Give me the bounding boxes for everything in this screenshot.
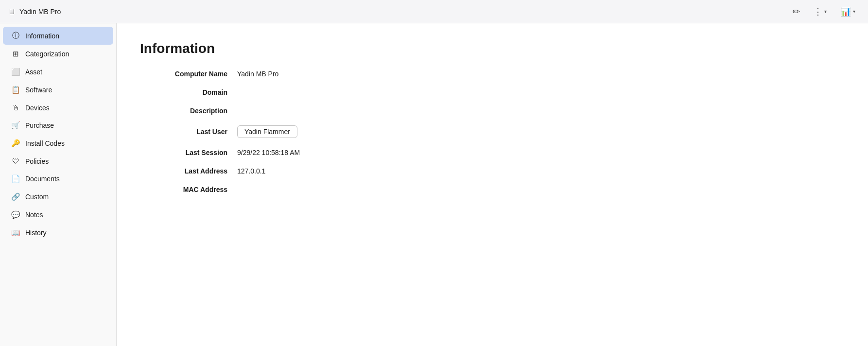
asset-icon: ⬜ — [11, 68, 20, 76]
sidebar-item-history[interactable]: 📖History — [3, 224, 113, 242]
information-icon: ⓘ — [11, 31, 20, 40]
sidebar-item-label-notes: Notes — [25, 211, 43, 219]
field-value-2 — [237, 107, 480, 115]
sidebar-item-software[interactable]: 📋Software — [3, 81, 113, 99]
field-value-1 — [237, 88, 480, 96]
device-icon: 🖥 — [8, 7, 16, 16]
topbar-title: Yadin MB Pro — [19, 8, 61, 16]
field-label-3: Last User — [140, 125, 237, 138]
sidebar-item-label-information: Information — [25, 32, 59, 40]
sidebar-item-policies[interactable]: 🛡Policies — [3, 153, 113, 170]
edit-icon: ✏ — [793, 6, 800, 17]
field-label-0: Computer Name — [140, 70, 237, 78]
chart-icon: 📊 — [840, 6, 851, 17]
edit-button[interactable]: ✏ — [788, 3, 805, 20]
sidebar-item-label-documents: Documents — [25, 175, 60, 183]
field-value-3: Yadin Flammer — [237, 125, 480, 138]
notes-icon: 💬 — [11, 210, 20, 219]
policies-icon: 🛡 — [11, 157, 20, 165]
sidebar-item-documents[interactable]: 📄Documents — [3, 170, 113, 188]
field-value-5: 127.0.0.1 — [237, 167, 480, 175]
content-area: Information Computer NameYadin MB ProDom… — [117, 23, 868, 346]
field-label-6: MAC Address — [140, 186, 237, 193]
sidebar-item-categorization[interactable]: ⊞Categorization — [3, 45, 113, 63]
sidebar-item-notes[interactable]: 💬Notes — [3, 206, 113, 224]
sidebar-item-custom[interactable]: 🔗Custom — [3, 188, 113, 206]
more-icon: ⋮ — [814, 6, 822, 17]
sidebar-item-label-devices: Devices — [25, 104, 50, 112]
sidebar-item-label-history: History — [25, 229, 47, 237]
sidebar-item-information[interactable]: ⓘInformation — [3, 27, 113, 45]
field-label-5: Last Address — [140, 167, 237, 175]
info-table: Computer NameYadin MB ProDomainDescripti… — [140, 70, 480, 193]
user-badge[interactable]: Yadin Flammer — [237, 125, 297, 138]
field-label-1: Domain — [140, 88, 237, 96]
page-title: Information — [140, 41, 845, 56]
sidebar-item-asset[interactable]: ⬜Asset — [3, 63, 113, 81]
field-label-2: Description — [140, 107, 237, 115]
topbar-title-area: 🖥 Yadin MB Pro — [8, 7, 61, 16]
sidebar-item-label-custom: Custom — [25, 193, 49, 201]
purchase-icon: 🛒 — [11, 121, 20, 130]
sidebar-item-devices[interactable]: 🖱Devices — [3, 99, 113, 116]
custom-icon: 🔗 — [11, 192, 20, 201]
sidebar-item-install-codes[interactable]: 🔑Install Codes — [3, 135, 113, 152]
categorization-icon: ⊞ — [11, 50, 20, 58]
sidebar-item-label-purchase: Purchase — [25, 121, 54, 129]
sidebar-item-label-policies: Policies — [25, 157, 49, 165]
sidebar-item-label-software: Software — [25, 86, 52, 94]
software-icon: 📋 — [11, 86, 20, 94]
documents-icon: 📄 — [11, 174, 20, 183]
sidebar: ⓘInformation⊞Categorization⬜Asset📋Softwa… — [0, 23, 117, 346]
devices-icon: 🖱 — [11, 104, 20, 112]
sidebar-item-label-install-codes: Install Codes — [25, 139, 65, 147]
topbar-actions: ✏ ⋮ ▾ 📊 ▾ — [788, 3, 860, 20]
chart-button[interactable]: 📊 ▾ — [835, 3, 860, 20]
history-icon: 📖 — [11, 228, 20, 237]
more-menu-button[interactable]: ⋮ ▾ — [809, 3, 832, 20]
chevron-down-icon: ▾ — [824, 9, 827, 14]
chevron-down-icon-2: ▾ — [853, 9, 855, 14]
sidebar-item-label-asset: Asset — [25, 68, 42, 76]
field-value-0: Yadin MB Pro — [237, 70, 480, 78]
install-codes-icon: 🔑 — [11, 139, 20, 148]
field-value-4: 9/29/22 10:58:18 AM — [237, 149, 480, 156]
field-value-6 — [237, 186, 480, 193]
sidebar-item-purchase[interactable]: 🛒Purchase — [3, 117, 113, 134]
topbar: 🖥 Yadin MB Pro ✏ ⋮ ▾ 📊 ▾ — [0, 0, 868, 23]
sidebar-item-label-categorization: Categorization — [25, 50, 69, 58]
main-layout: ⓘInformation⊞Categorization⬜Asset📋Softwa… — [0, 23, 868, 346]
field-label-4: Last Session — [140, 149, 237, 156]
